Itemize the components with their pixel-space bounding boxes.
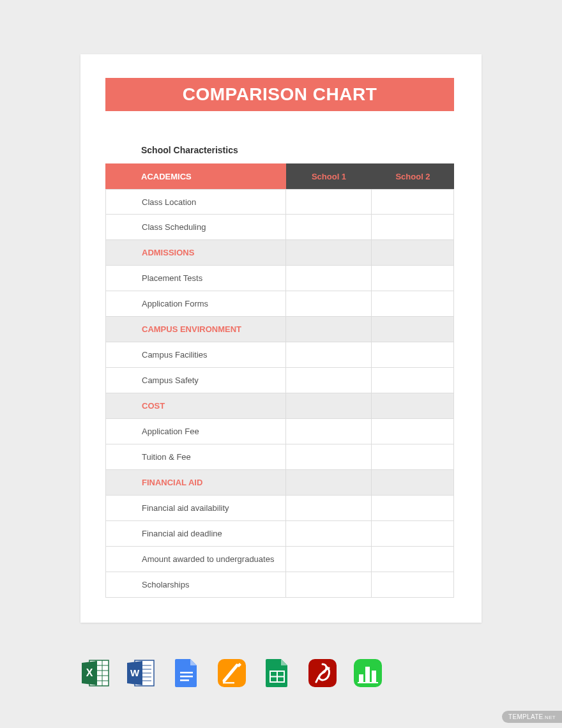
svg-rect-29 (372, 671, 376, 682)
badge-tld: .NET (543, 715, 556, 720)
google-sheets-icon[interactable] (262, 658, 292, 688)
table-row: Financial aid availability (105, 496, 454, 521)
svg-rect-30 (358, 682, 378, 683)
excel-icon[interactable]: X (80, 658, 111, 688)
table-row: Scholarships (105, 572, 454, 598)
template-net-badge[interactable]: TEMPLATE.NET (502, 711, 562, 723)
cell-school-2 (372, 189, 454, 215)
cell-school-1 (286, 317, 372, 342)
cell-school-2 (372, 547, 454, 572)
google-docs-icon[interactable] (171, 658, 202, 688)
row-label: Financial aid deadline (105, 521, 286, 547)
svg-text:W: W (130, 667, 140, 678)
table-row: Campus Safety (105, 368, 454, 393)
row-label: Class Scheduling (105, 215, 286, 240)
table-row: Tuition & Fee (105, 444, 454, 470)
table-row: Application Fee (105, 419, 454, 444)
header-school-2: School 2 (372, 163, 454, 189)
apple-numbers-icon[interactable] (353, 658, 383, 688)
section-campus-environment: CAMPUS ENVIRONMENT (105, 317, 454, 342)
badge-brand: TEMPLATE (508, 713, 543, 720)
apple-pages-icon[interactable] (216, 658, 247, 688)
row-label: Application Forms (105, 291, 286, 317)
cell-school-1 (286, 496, 372, 521)
cell-school-2 (372, 393, 454, 419)
row-label: Campus Safety (105, 368, 286, 393)
cell-school-2 (372, 470, 454, 496)
cell-school-2 (372, 317, 454, 342)
cell-school-2 (372, 444, 454, 470)
section-label: COST (105, 393, 286, 419)
chart-subtitle: School Characteristics (141, 145, 238, 155)
svg-rect-27 (359, 674, 363, 682)
cell-school-2 (372, 368, 454, 393)
word-icon[interactable]: W (126, 658, 156, 688)
section-cost: COST (105, 393, 454, 419)
row-label: Scholarships (105, 572, 286, 598)
svg-rect-18 (180, 676, 193, 678)
chart-title: COMPARISON CHART (183, 84, 377, 105)
cell-school-1 (286, 240, 372, 266)
cell-school-2 (372, 215, 454, 240)
row-label: Campus Facilities (105, 342, 286, 368)
svg-text:X: X (86, 667, 93, 678)
cell-school-1 (286, 521, 372, 547)
table-row: Financial aid deadline (105, 521, 454, 547)
cell-school-2 (372, 521, 454, 547)
cell-school-1 (286, 444, 372, 470)
header-academics: ACADEMICS (105, 163, 286, 189)
cell-school-1 (286, 266, 372, 291)
section-label: ADMISSIONS (105, 240, 286, 266)
table-row: Class Location (105, 189, 454, 215)
row-label: Amount awarded to undergraduates (105, 547, 286, 572)
section-financial-aid: FINANCIAL AID (105, 470, 454, 496)
cell-school-2 (372, 291, 454, 317)
row-label: Placement Tests (105, 266, 286, 291)
svg-rect-21 (223, 682, 234, 684)
cell-school-1 (286, 189, 372, 215)
header-school-1: School 1 (286, 163, 372, 189)
table-row: Placement Tests (105, 266, 454, 291)
cell-school-1 (286, 368, 372, 393)
section-label: CAMPUS ENVIRONMENT (105, 317, 286, 342)
svg-rect-28 (365, 667, 370, 682)
section-admissions: ADMISSIONS (105, 240, 454, 266)
section-label: FINANCIAL AID (105, 470, 286, 496)
comparison-table: ACADEMICS School 1 School 2 Class Locati… (105, 163, 454, 598)
cell-school-1 (286, 393, 372, 419)
row-label: Application Fee (105, 419, 286, 444)
row-label: Tuition & Fee (105, 444, 286, 470)
format-icons-row: X W (80, 658, 383, 688)
cell-school-1 (286, 470, 372, 496)
row-label: Class Location (105, 189, 286, 215)
cell-school-1 (286, 419, 372, 444)
svg-rect-17 (180, 672, 193, 674)
cell-school-1 (286, 215, 372, 240)
cell-school-2 (372, 419, 454, 444)
table-header-row: ACADEMICS School 1 School 2 (105, 163, 454, 189)
row-label: Financial aid availability (105, 496, 286, 521)
cell-school-2 (372, 240, 454, 266)
chart-title-bar: COMPARISON CHART (105, 78, 454, 111)
table-row: Amount awarded to undergraduates (105, 547, 454, 572)
table-row: Application Forms (105, 291, 454, 317)
table-row: Class Scheduling (105, 215, 454, 240)
pdf-icon[interactable] (307, 658, 338, 688)
cell-school-2 (372, 572, 454, 598)
cell-school-2 (372, 266, 454, 291)
cell-school-2 (372, 496, 454, 521)
cell-school-2 (372, 342, 454, 368)
table-row: Campus Facilities (105, 342, 454, 368)
cell-school-1 (286, 547, 372, 572)
svg-rect-19 (180, 679, 189, 681)
cell-school-1 (286, 572, 372, 598)
cell-school-1 (286, 342, 372, 368)
cell-school-1 (286, 291, 372, 317)
